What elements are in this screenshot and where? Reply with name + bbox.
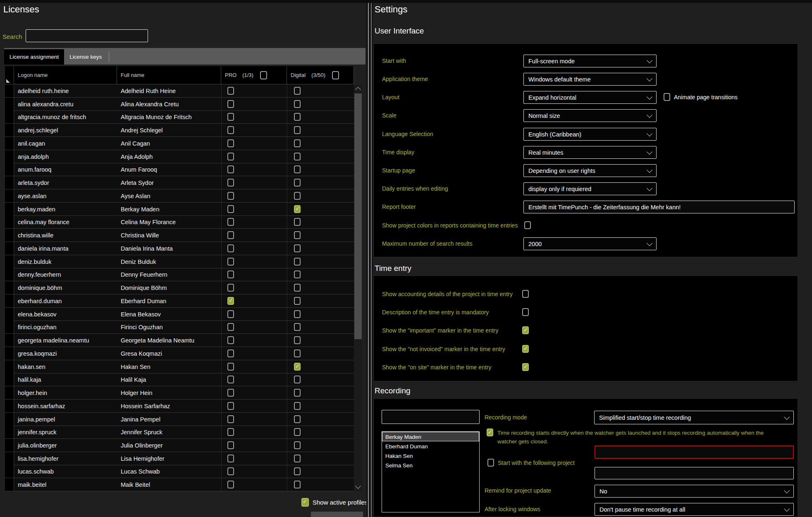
- pro-license-checkbox[interactable]: [227, 258, 234, 266]
- column-header-logon-name[interactable]: Logon name: [14, 66, 117, 84]
- pro-license-checkbox[interactable]: [227, 100, 234, 108]
- row-selector[interactable]: [5, 84, 14, 97]
- start-task-input[interactable]: [595, 467, 794, 479]
- recording-mode-select[interactable]: Simplified start/stop time recording: [594, 411, 794, 424]
- show-active-profiles[interactable]: Show active profiles: [301, 498, 368, 507]
- row-selector[interactable]: [5, 308, 14, 321]
- time-entry-setting-checkbox[interactable]: [522, 345, 529, 353]
- time-entry-setting-checkbox[interactable]: [522, 290, 529, 298]
- scroll-down-icon[interactable]: [354, 483, 362, 491]
- remind-project-update-select[interactable]: No: [595, 485, 794, 498]
- digital-license-checkbox[interactable]: [294, 126, 301, 134]
- column-header-pro[interactable]: PRO (1/3): [221, 66, 287, 84]
- table-row[interactable]: elena.bekasovElena Bekasov: [5, 308, 354, 321]
- pro-license-checkbox[interactable]: [227, 139, 234, 147]
- time-entry-setting-checkbox[interactable]: [522, 308, 529, 316]
- pro-license-checkbox[interactable]: [227, 455, 234, 462]
- pro-license-checkbox[interactable]: [227, 113, 234, 121]
- table-row[interactable]: hossein.sarfarhazHossein Sarfarhaz: [5, 400, 354, 413]
- setting-select[interactable]: Normal size: [523, 109, 657, 122]
- panel-splitter[interactable]: [366, 3, 373, 517]
- row-selector[interactable]: [5, 255, 14, 268]
- setting-select[interactable]: Full-screen mode: [523, 55, 657, 67]
- digital-license-checkbox[interactable]: [294, 258, 301, 266]
- table-row[interactable]: adelheid ruth.heineAdelheid Ruth Heine: [5, 84, 354, 98]
- row-selector[interactable]: [5, 439, 14, 452]
- table-scrollbar[interactable]: [354, 84, 362, 491]
- profile-list[interactable]: Berkay MadenEberhard DumanHakan SenSelma…: [382, 431, 480, 512]
- digital-license-checkbox[interactable]: [294, 376, 301, 383]
- row-selector[interactable]: [5, 465, 14, 478]
- digital-license-checkbox[interactable]: [294, 323, 301, 331]
- row-selector[interactable]: [5, 373, 14, 386]
- row-selector[interactable]: [5, 294, 14, 307]
- auto-start-recording-checkbox[interactable]: [487, 428, 493, 436]
- table-row[interactable]: janina.pempelJanina Pempel: [5, 413, 354, 426]
- row-selector[interactable]: [5, 110, 14, 123]
- digital-license-checkbox[interactable]: [294, 218, 301, 226]
- setting-select[interactable]: English (Caribbean): [523, 128, 657, 141]
- table-row[interactable]: gresa.koqmaziGresa Koqmazi: [5, 347, 354, 360]
- profile-list-item[interactable]: Berkay Maden: [382, 432, 479, 441]
- row-selector[interactable]: [5, 203, 14, 215]
- table-row[interactable]: celina.may floranceCelina May Florance: [5, 215, 354, 229]
- row-selector[interactable]: [5, 215, 14, 228]
- profile-list-item[interactable]: Eberhard Duman: [382, 441, 479, 451]
- digital-license-checkbox[interactable]: [294, 336, 301, 344]
- pro-license-checkbox[interactable]: [227, 467, 234, 475]
- digital-license-checkbox[interactable]: [294, 297, 301, 305]
- row-selector[interactable]: [5, 124, 14, 136]
- table-row[interactable]: eberhard.dumanEberhard Duman: [5, 294, 354, 308]
- digital-license-checkbox[interactable]: [294, 113, 301, 121]
- pro-license-checkbox[interactable]: [227, 87, 234, 95]
- scrollbar-thumb[interactable]: [354, 93, 362, 339]
- pro-license-checkbox[interactable]: [227, 218, 234, 226]
- table-row[interactable]: holger.heinHolger Hein: [5, 386, 354, 400]
- digital-license-checkbox[interactable]: [294, 441, 301, 449]
- table-row[interactable]: halil.kajaHalil Kaja: [5, 373, 354, 386]
- row-selector[interactable]: [5, 189, 14, 202]
- partial-button[interactable]: [311, 512, 363, 517]
- table-row[interactable]: deniz.buldukDeniz Bulduk: [5, 255, 354, 268]
- profile-list-item[interactable]: Hakan Sen: [382, 451, 479, 460]
- setting-checkbox[interactable]: [524, 221, 531, 229]
- after-locking-windows-select[interactable]: Don't pause time recording at all: [595, 503, 794, 516]
- pro-license-checkbox[interactable]: [227, 415, 234, 423]
- start-with-project-checkbox[interactable]: [487, 459, 494, 467]
- setting-select[interactable]: Windows default theme: [523, 73, 657, 86]
- column-header-full-name[interactable]: Full name: [117, 66, 221, 84]
- pro-license-checkbox[interactable]: [227, 323, 234, 331]
- row-selector[interactable]: [5, 413, 14, 426]
- pro-license-checkbox[interactable]: [227, 336, 234, 344]
- digital-license-checkbox[interactable]: [294, 455, 301, 462]
- table-row[interactable]: maik.beitelMaik Beitel: [5, 478, 354, 491]
- time-entry-setting-checkbox[interactable]: [522, 363, 529, 371]
- pro-select-all-checkbox[interactable]: [260, 71, 267, 79]
- setting-select[interactable]: Depending on user rights: [523, 164, 657, 177]
- table-row[interactable]: christina.willeChristina Wille: [5, 229, 354, 242]
- digital-license-checkbox[interactable]: [294, 139, 301, 147]
- table-row[interactable]: dominique.böhmDominique Böhm: [5, 281, 354, 294]
- row-selector[interactable]: [5, 137, 14, 150]
- pro-license-checkbox[interactable]: [227, 244, 234, 252]
- digital-license-checkbox[interactable]: [294, 467, 301, 475]
- pro-license-checkbox[interactable]: [227, 310, 234, 318]
- table-row[interactable]: anum.farooqAnum Farooq: [5, 163, 354, 176]
- table-row[interactable]: anil.caganAnil Cagan: [5, 137, 354, 150]
- digital-license-checkbox[interactable]: [294, 284, 301, 292]
- digital-license-checkbox[interactable]: [294, 179, 301, 187]
- digital-license-checkbox[interactable]: [294, 349, 301, 357]
- digital-select-all-checkbox[interactable]: [332, 71, 339, 79]
- row-selector[interactable]: [5, 334, 14, 347]
- digital-license-checkbox[interactable]: [294, 363, 301, 371]
- table-row[interactable]: lucas.schwabLucas Schwab: [5, 465, 354, 478]
- pro-license-checkbox[interactable]: [227, 376, 234, 383]
- row-selector[interactable]: [5, 400, 14, 412]
- table-row[interactable]: andrej.schlegelAndrej Schlegel: [5, 124, 354, 137]
- row-selector[interactable]: [5, 360, 14, 373]
- row-selector[interactable]: [5, 268, 14, 281]
- tab-license-assignment[interactable]: License assignment: [4, 49, 64, 65]
- setting-select[interactable]: 2000: [523, 237, 657, 250]
- pro-license-checkbox[interactable]: [227, 165, 234, 173]
- pro-license-checkbox[interactable]: [227, 481, 234, 488]
